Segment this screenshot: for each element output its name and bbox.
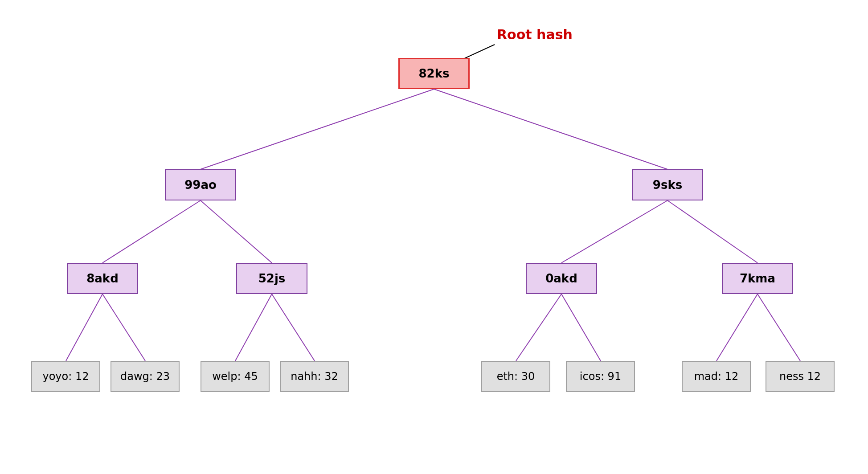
leaf-welp-label: welp: 45 bbox=[212, 370, 258, 383]
leaf-eth-label: eth: 30 bbox=[497, 370, 535, 383]
svg-line-4 bbox=[102, 200, 201, 263]
leaf-mad-label: mad: 12 bbox=[694, 370, 739, 383]
svg-line-2 bbox=[201, 89, 434, 169]
node-9sks: 9sks bbox=[632, 169, 703, 200]
node-0akd-label: 0akd bbox=[545, 272, 577, 285]
leaf-welp: welp: 45 bbox=[201, 361, 270, 392]
root-node-label: 82ks bbox=[419, 67, 450, 80]
svg-line-13 bbox=[561, 294, 601, 361]
leaf-nahh-label: nahh: 32 bbox=[291, 370, 338, 383]
svg-line-14 bbox=[717, 294, 757, 361]
svg-line-10 bbox=[235, 294, 272, 361]
leaf-ness: ness 12 bbox=[766, 361, 835, 392]
svg-line-15 bbox=[757, 294, 800, 361]
leaf-icos-label: icos: 91 bbox=[580, 370, 621, 383]
leaf-eth: eth: 30 bbox=[481, 361, 550, 392]
leaf-dawg-label: dawg: 23 bbox=[120, 370, 170, 383]
root-node: 82ks bbox=[398, 58, 470, 89]
svg-line-11 bbox=[272, 294, 315, 361]
node-0akd: 0akd bbox=[526, 263, 597, 294]
leaf-mad: mad: 12 bbox=[682, 361, 751, 392]
leaf-dawg: dawg: 23 bbox=[111, 361, 180, 392]
svg-line-5 bbox=[201, 200, 272, 263]
node-99ao: 99ao bbox=[165, 169, 236, 200]
svg-line-8 bbox=[66, 294, 102, 361]
node-7kma-label: 7kma bbox=[740, 272, 775, 285]
svg-line-9 bbox=[102, 294, 145, 361]
leaf-yoyo: yoyo: 12 bbox=[31, 361, 100, 392]
leaf-yoyo-label: yoyo: 12 bbox=[42, 370, 89, 383]
node-52js-label: 52js bbox=[258, 272, 286, 285]
node-8akd: 8akd bbox=[67, 263, 138, 294]
node-8akd-label: 8akd bbox=[86, 272, 119, 285]
node-99ao-label: 99ao bbox=[184, 178, 217, 192]
leaf-icos: icos: 91 bbox=[566, 361, 635, 392]
node-9sks-label: 9sks bbox=[653, 178, 682, 192]
root-hash-label: Root hash bbox=[497, 27, 573, 42]
svg-line-3 bbox=[434, 89, 667, 169]
svg-line-6 bbox=[561, 200, 667, 263]
tree-diagram: Root hash 82ks 99ao 9sks 8akd 52js 0akd … bbox=[0, 0, 868, 474]
svg-line-12 bbox=[516, 294, 561, 361]
leaf-nahh: nahh: 32 bbox=[280, 361, 349, 392]
leaf-ness-label: ness 12 bbox=[779, 370, 821, 383]
svg-line-7 bbox=[667, 200, 757, 263]
node-52js: 52js bbox=[236, 263, 307, 294]
node-7kma: 7kma bbox=[722, 263, 793, 294]
